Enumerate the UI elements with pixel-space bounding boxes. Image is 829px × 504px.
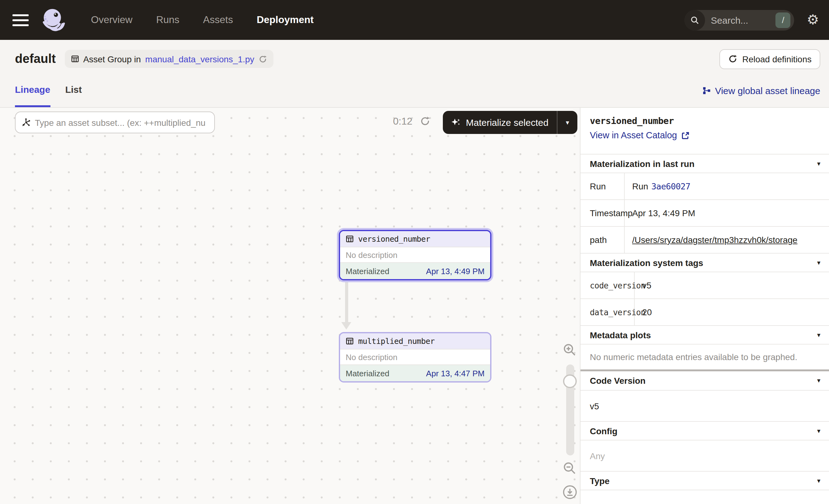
breadcrumb: Asset Group in manual_data_versions_1.py [65, 50, 274, 68]
section-heading: Code Version [590, 376, 646, 386]
chevron-down-icon: ▼ [816, 160, 822, 167]
section-heading: Config [590, 426, 618, 436]
reload-icon [728, 54, 737, 64]
reload-definitions-button[interactable]: Reload definitions [719, 49, 820, 69]
chevron-down-icon: ▼ [816, 477, 822, 484]
page-title: default [15, 52, 56, 66]
materialize-dropdown-button[interactable]: ▼ [557, 111, 578, 134]
top-nav-bar: Overview Runs Assets Deployment Search..… [0, 0, 829, 40]
table-row-path: path /Users/sryza/dagster/tmp3hzzvh0k/st… [580, 226, 829, 253]
chevron-down-icon: ▼ [816, 428, 822, 434]
section-heading: Materialization in last run [590, 158, 694, 169]
materialize-selected-button[interactable]: Materialize selected [443, 117, 556, 128]
section-materialization-last-run[interactable]: Materialization in last run ▼ [580, 154, 829, 173]
dagster-app: Overview Runs Assets Deployment Search..… [0, 0, 829, 504]
row-value: v5 [635, 272, 829, 298]
sidebar-footer-space [580, 490, 829, 502]
row-key: path [580, 227, 625, 253]
path-link[interactable]: /Users/sryza/dagster/tmp3hzzvh0k/storage [632, 235, 798, 245]
table-row-data-version: data_version 20 [580, 298, 829, 325]
run-id-link[interactable]: 3ae60027 [651, 181, 690, 191]
table-row-timestamp: Timestamp Apr 13, 4:49 PM [580, 200, 829, 226]
main-nav: Overview Runs Assets Deployment [91, 14, 314, 26]
asset-subset-input[interactable] [15, 111, 215, 133]
asset-lineage-canvas[interactable]: 0:12 Materialize selected ▼ [0, 108, 580, 504]
tab-list[interactable]: List [65, 78, 82, 107]
run-prefix: Run [632, 181, 648, 191]
download-image-button[interactable] [563, 485, 577, 500]
settings-gear-icon[interactable]: ⚙ [807, 13, 819, 27]
section-code-version[interactable]: Code Version ▼ [580, 371, 829, 390]
timestamp-value: Apr 13, 4:49 PM [625, 200, 829, 226]
section-metadata-plots[interactable]: Metadata plots ▼ [580, 325, 829, 344]
dagster-logo-icon[interactable] [40, 7, 66, 33]
asset-node-name: versioned_number [358, 234, 430, 244]
asset-graph-icon [21, 118, 31, 127]
nav-item-runs[interactable]: Runs [156, 14, 179, 26]
section-heading: Materialization system tags [590, 258, 703, 267]
zoom-out-button[interactable] [563, 461, 577, 475]
row-key: data_version [580, 299, 635, 325]
metadata-plots-empty-message: No numeric metadata entries available to… [580, 344, 829, 369]
nav-item-deployment[interactable]: Deployment [257, 14, 314, 26]
section-heading: Metadata plots [590, 330, 651, 340]
section-config[interactable]: Config ▼ [580, 421, 829, 440]
lineage-edge [345, 279, 348, 323]
external-link-icon [681, 131, 689, 139]
view-tabs: Lineage List [15, 78, 82, 107]
row-key: Timestamp [580, 200, 625, 226]
sparkle-icon [451, 117, 461, 128]
view-in-asset-catalog-label: View in Asset Catalog [590, 130, 677, 140]
config-value: Any [580, 440, 829, 471]
refresh-icon[interactable] [259, 55, 267, 63]
nav-item-overview[interactable]: Overview [91, 14, 132, 26]
view-global-asset-lineage-label: View global asset lineage [715, 85, 820, 96]
lineage-graph-icon [702, 86, 711, 95]
asset-node-multiplied-number[interactable]: multiplied_number No description Materia… [339, 332, 492, 383]
asset-node-description: No description [340, 247, 490, 263]
breadcrumb-prefix: Asset Group in [83, 54, 141, 64]
asset-group-icon [71, 55, 79, 63]
view-global-asset-lineage-link[interactable]: View global asset lineage [702, 78, 820, 96]
chevron-down-icon: ▼ [816, 259, 822, 266]
section-type[interactable]: Type ▼ [580, 471, 829, 490]
asset-table-icon [346, 235, 354, 243]
materialize-selected-label: Materialize selected [466, 117, 548, 128]
nav-item-assets[interactable]: Assets [203, 14, 233, 26]
asset-detail-sidebar: versioned_number View in Asset Catalog M… [580, 108, 829, 504]
top-nav-right: Search... / ⚙ [685, 10, 819, 30]
lineage-edge-arrowhead [341, 322, 351, 330]
sidebar-asset-title: versioned_number [590, 116, 820, 126]
materialize-split-button: Materialize selected ▼ [443, 111, 578, 134]
global-search-input[interactable]: Search... / [685, 10, 794, 30]
asset-node-timestamp-link[interactable]: Apr 13, 4:47 PM [426, 368, 484, 378]
asset-table-icon [346, 337, 354, 345]
refresh-timer: 0:12 [393, 116, 412, 127]
asset-node-description: No description [340, 349, 490, 365]
row-key: Run [580, 173, 625, 200]
asset-node-status: Materialized [346, 368, 389, 378]
asset-node-status: Materialized [346, 266, 389, 276]
section-heading: Type [590, 476, 609, 485]
asset-node-name: multiplied_number [358, 336, 435, 346]
reload-definitions-label: Reload definitions [742, 54, 812, 64]
asset-node-versioned-number[interactable]: versioned_number No description Material… [337, 228, 493, 282]
breadcrumb-file-link[interactable]: manual_data_versions_1.py [145, 54, 254, 64]
search-placeholder: Search... [711, 15, 776, 25]
chevron-down-icon: ▼ [816, 332, 822, 338]
asset-node-timestamp-link[interactable]: Apr 13, 4:49 PM [426, 266, 484, 276]
asset-subset-text-field[interactable] [35, 117, 209, 128]
section-materialization-system-tags[interactable]: Materialization system tags ▼ [580, 253, 829, 272]
page-header: default Asset Group in manual_data_versi… [0, 40, 829, 108]
zoom-in-button[interactable] [563, 343, 577, 357]
search-icon [685, 10, 706, 30]
tab-lineage[interactable]: Lineage [15, 78, 50, 107]
graph-refresh-icon[interactable] [420, 116, 430, 127]
table-row-run: Run Run 3ae60027 [580, 173, 829, 200]
search-shortcut-badge: / [776, 12, 791, 28]
zoom-slider-handle[interactable] [563, 374, 577, 388]
hamburger-menu-icon[interactable] [12, 14, 29, 26]
table-row-code-version: code_version v5 [580, 272, 829, 298]
view-in-asset-catalog-link[interactable]: View in Asset Catalog [590, 130, 820, 140]
chevron-down-icon: ▼ [816, 377, 822, 384]
